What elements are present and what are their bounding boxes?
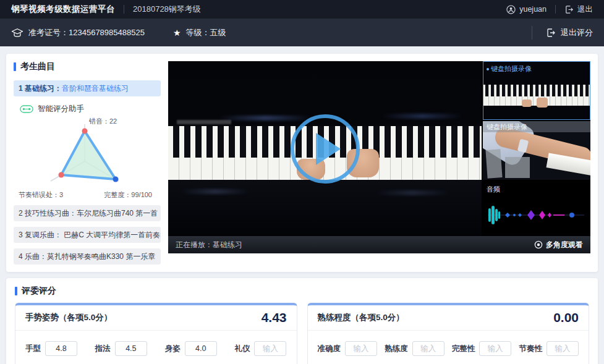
- audio-section[interactable]: 音频: [483, 181, 590, 236]
- field-fingering: 指法: [95, 341, 147, 356]
- radar-svg: [14, 123, 156, 196]
- etiquette-input[interactable]: [254, 341, 286, 356]
- panel-total-score: 0.00: [553, 310, 579, 325]
- track-item-3[interactable]: 3 复调乐曲： 巴赫C 大调平均律第一首前奏曲: [14, 227, 161, 243]
- main-content: 考生曲目 1 基础练习：音阶和琶音基础练习 智能评分助手: [0, 46, 604, 364]
- rhythm-input[interactable]: [547, 341, 579, 356]
- panel-header: 熟练程度（各项5.0分） 0.00: [308, 305, 589, 331]
- panel-header: 手势姿势（各项5.0分） 4.43: [15, 305, 297, 331]
- field-label: 指法: [95, 344, 111, 354]
- piano-reflection: [181, 189, 250, 194]
- scoring-title-text: 评委评分: [22, 286, 56, 297]
- section-accent-bar: [14, 62, 16, 71]
- user-menu[interactable]: yuejuan: [506, 5, 547, 14]
- field-label: 手型: [25, 344, 41, 354]
- completeness-input[interactable]: [479, 341, 511, 356]
- radar-label-rhythm-errors: 节奏错误处：3: [19, 190, 63, 200]
- exit-button[interactable]: 退出: [564, 4, 593, 15]
- multi-angle-icon: [534, 240, 543, 249]
- field-posture: 身姿: [165, 341, 217, 356]
- main-video[interactable]: [168, 61, 482, 236]
- exam-player-card: 考生曲目 1 基础练习：音阶和琶音基础练习 智能评分助手: [6, 54, 598, 272]
- user-icon: [506, 5, 516, 14]
- keyboard-camera-thumbnail-active[interactable]: 键盘拍摄录像: [483, 61, 590, 120]
- user-name: yuejuan: [519, 5, 547, 14]
- track-item-1[interactable]: 1 基础练习：音阶和琶音基础练习: [14, 80, 161, 96]
- multi-angle-label: 多角度观看: [546, 240, 583, 250]
- graduation-cap-icon: [11, 27, 23, 38]
- proficiency-input[interactable]: [412, 341, 444, 356]
- track-item-2[interactable]: 2 技巧性练习曲：车尔尼练习曲740 第一首: [14, 205, 161, 221]
- field-label: 完整性: [452, 344, 475, 354]
- thumbnail-label: 键盘拍摄录像: [483, 121, 590, 132]
- level-group: ★ 等级： 五级: [173, 27, 226, 38]
- audio-label: 音频: [487, 185, 500, 194]
- assistant-label: 智能评分助手: [38, 104, 84, 114]
- top-bar: 钢琴视频考级数据运营平台 20180728钢琴考级 yuejuan 退出: [0, 0, 604, 19]
- mini-black-keys: [485, 85, 590, 96]
- track-sidebar: 考生曲目 1 基础练习：音阶和琶音基础练习 智能评分助手: [14, 61, 161, 265]
- mini-hand: [537, 98, 548, 108]
- ticket-label: 准考证号：: [28, 27, 69, 38]
- tracks-section-title: 考生曲目: [14, 61, 161, 72]
- smart-score-assistant: 智能评分助手: [20, 104, 161, 114]
- audio-waveform: [485, 203, 589, 227]
- exit-scoring-label: 退出评分: [561, 27, 593, 38]
- video-row: 键盘拍摄录像: [168, 61, 590, 236]
- ticket-number: 12345678985488525: [69, 28, 145, 37]
- level-value: 五级: [210, 27, 226, 38]
- piano-body-highlight: [381, 114, 463, 119]
- logout-icon: [564, 5, 574, 14]
- judge-scoring-card: 评委评分 手势姿势（各项5.0分） 4.43 手型 指法: [6, 278, 598, 364]
- field-rhythm: 节奏性: [519, 341, 579, 356]
- field-label: 准确度: [318, 344, 341, 354]
- piano-body-highlight: [218, 116, 312, 121]
- proficiency-panel: 熟练程度（各项5.0分） 0.00 准确度 熟练度 完整性: [307, 303, 590, 364]
- field-label: 节奏性: [519, 344, 542, 354]
- now-playing: 正在播放：基础练习: [176, 240, 242, 250]
- radar-label-wrong-notes: 错音：22: [89, 117, 117, 126]
- keyboard-camera-thumbnail-side[interactable]: 键盘拍摄录像: [483, 121, 590, 180]
- track-item-4[interactable]: 4 乐曲：莫扎特钢琴奏鸣曲K330 第一乐章: [14, 248, 161, 265]
- track-prefix: 3 复调乐曲：: [19, 231, 62, 239]
- exam-info-bar: 准考证号： 12345678985488525 ★ 等级： 五级 退出评分: [0, 19, 604, 46]
- active-dot-icon: [487, 68, 489, 70]
- video-player: 键盘拍摄录像: [168, 61, 590, 265]
- player-control-bar: 正在播放：基础练习 多角度观看: [168, 236, 590, 253]
- track-prefix: 4 乐曲：: [19, 252, 47, 261]
- level-label: 等级：: [185, 27, 210, 38]
- scoring-section-title: 评委评分: [15, 286, 589, 297]
- score-panels: 手势姿势（各项5.0分） 4.43 手型 指法 身姿: [15, 303, 589, 364]
- star-icon: ★: [173, 28, 181, 38]
- track-name: 莫扎特钢琴奏鸣曲K330 第一乐章: [47, 252, 155, 261]
- fingering-input[interactable]: [115, 341, 147, 356]
- thumbnail-label-text: 键盘拍摄录像: [491, 64, 532, 74]
- app-title: 钢琴视频考级数据运营平台: [11, 4, 115, 15]
- panel-total-score: 4.43: [262, 310, 287, 325]
- logout-icon: [546, 28, 556, 38]
- tracks-title-text: 考生曲目: [20, 61, 55, 72]
- accuracy-input[interactable]: [345, 341, 377, 356]
- play-button[interactable]: [291, 114, 360, 184]
- panel-fields: 准确度 熟练度 完整性 节奏性: [308, 331, 589, 364]
- posture-input[interactable]: [185, 341, 217, 356]
- thumbnail-label: 键盘拍摄录像: [487, 64, 532, 74]
- field-completeness: 完整性: [452, 341, 512, 356]
- hand-shape-input[interactable]: [45, 341, 77, 356]
- camera-angle-column: 键盘拍摄录像: [482, 61, 590, 236]
- divider: [532, 26, 532, 40]
- panel-fields: 手型 指法 身姿 礼仪: [15, 331, 297, 364]
- multi-angle-button[interactable]: 多角度观看: [534, 240, 583, 250]
- section-accent-bar: [15, 287, 17, 295]
- track-prefix: 2 技巧性练习曲：: [19, 209, 77, 218]
- exit-label: 退出: [577, 4, 593, 15]
- field-label: 身姿: [165, 344, 181, 354]
- static-block: [505, 157, 530, 178]
- static-block: [485, 149, 502, 179]
- video-watermark: [177, 120, 231, 124]
- radar-label-completeness: 完整度：99/100: [104, 190, 152, 200]
- divider: [124, 5, 124, 14]
- field-etiquette: 礼仪: [234, 341, 286, 356]
- exit-scoring-button[interactable]: 退出评分: [546, 27, 593, 38]
- field-proficiency: 熟练度: [385, 341, 444, 356]
